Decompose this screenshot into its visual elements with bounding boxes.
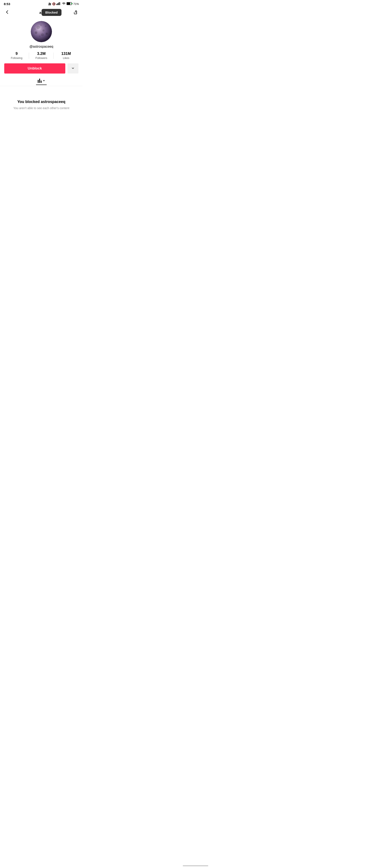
tab-underline: [36, 85, 47, 85]
profile-section: @astrospaceeq 9 Following 3.2M Followers…: [0, 19, 83, 85]
unblock-button[interactable]: Unblock: [4, 63, 65, 73]
stat-followers-label: Followers: [35, 56, 47, 60]
svg-point-19: [46, 33, 48, 35]
chevron-down-icon: [71, 67, 74, 70]
back-button[interactable]: [4, 9, 10, 17]
profile-username: @astrospaceeq: [29, 45, 53, 49]
top-nav: as Blocked: [0, 7, 83, 19]
status-icons: 🎥 🔇: [48, 2, 79, 6]
svg-point-20: [34, 28, 36, 30]
blocked-subtitle: You aren't able to see each other's cont…: [13, 106, 69, 111]
status-time: 8:53: [4, 2, 10, 6]
svg-point-11: [31, 21, 52, 42]
signal-icon: [56, 2, 61, 6]
svg-point-9: [71, 3, 72, 4]
svg-point-15: [35, 31, 37, 34]
tab-bar-1: [38, 80, 38, 83]
tab-bar-2: [39, 79, 40, 83]
nav-title-area: as Blocked: [39, 10, 43, 15]
svg-rect-5: [60, 2, 61, 3]
svg-point-17: [41, 33, 44, 36]
status-bar: 8:53 🎥 🔇: [0, 0, 83, 7]
tabs-row: [4, 77, 79, 84]
stats-row: 9 Following 3.2M Followers 131M Likes: [4, 52, 79, 60]
more-options-button[interactable]: [67, 63, 79, 73]
tab-bar-3: [41, 81, 41, 83]
svg-rect-4: [60, 3, 61, 5]
blocked-title: You blocked astrospaceeq: [18, 100, 65, 104]
stat-likes-label: Likes: [63, 56, 69, 60]
share-button[interactable]: [72, 9, 79, 17]
stat-likes-value: 131M: [61, 52, 71, 56]
blocked-content-area: You blocked astrospaceeq You aren't able…: [0, 87, 83, 111]
wifi-icon: [62, 2, 66, 6]
blocked-badge: Blocked: [41, 9, 61, 16]
svg-point-14: [42, 29, 44, 32]
stat-following-label: Following: [11, 56, 23, 60]
stat-following[interactable]: 9 Following: [4, 52, 29, 60]
stat-following-value: 9: [16, 52, 18, 56]
svg-rect-0: [56, 4, 57, 5]
battery-icon: [67, 2, 72, 6]
svg-rect-1: [57, 3, 58, 5]
svg-point-18: [39, 35, 40, 37]
mute-icon: 🔇: [52, 2, 56, 5]
stat-likes[interactable]: 131M Likes: [54, 52, 79, 60]
action-buttons: Unblock: [4, 63, 79, 73]
battery-percent: 71%: [73, 2, 79, 5]
avatar: [31, 21, 52, 42]
grid-tab[interactable]: [38, 79, 41, 83]
stat-followers-value: 3.2M: [37, 52, 46, 56]
stat-followers[interactable]: 3.2M Followers: [29, 52, 54, 60]
camera-icon: 🎥: [48, 3, 51, 5]
tab-dropdown-icon[interactable]: [43, 80, 45, 82]
svg-rect-2: [58, 3, 59, 5]
svg-point-16: [45, 25, 47, 27]
svg-rect-3: [59, 2, 60, 5]
svg-rect-7: [67, 3, 70, 5]
